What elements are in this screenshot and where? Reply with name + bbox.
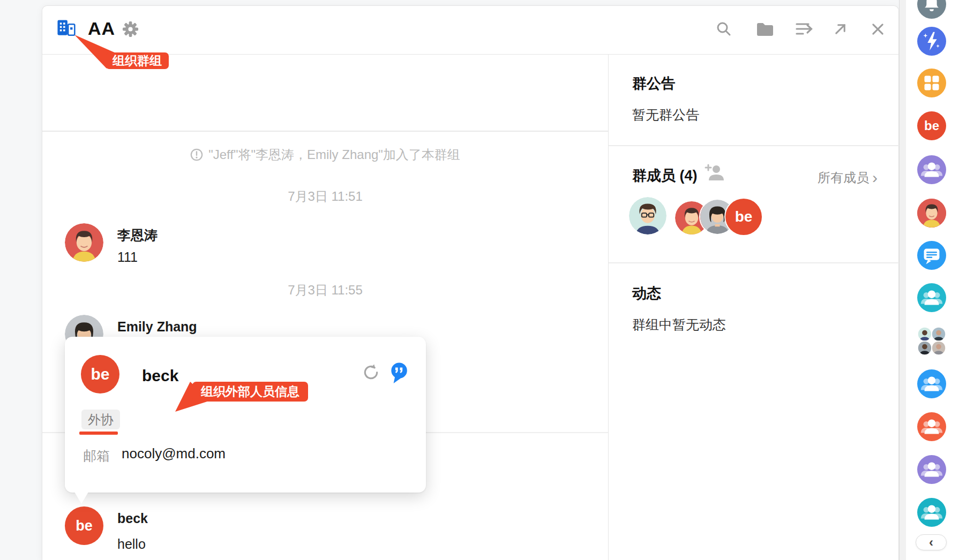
popup-tail	[74, 492, 88, 504]
dock-group-teal-2[interactable]	[917, 498, 946, 527]
member-avatar-1[interactable]	[629, 197, 666, 234]
dock-quick-actions-lightning[interactable]	[917, 27, 946, 56]
dock-chats-bubble[interactable]	[917, 241, 946, 270]
email-value: nocoly@md.com	[122, 445, 226, 462]
dock-apps-grid[interactable]	[917, 69, 946, 97]
activity-title: 动态	[632, 284, 661, 303]
dock-contact-cartoon-boy[interactable]	[917, 199, 946, 228]
profile-popup: be beck 外协 邮箱 nocoly@md.com	[65, 337, 426, 493]
dock-group-teal[interactable]	[917, 283, 946, 312]
group-info-sidebar: 群公告 暂无群公告 群成员 (4) 所有成员 ›	[608, 55, 899, 560]
dock-group-purple-2[interactable]	[917, 455, 946, 484]
info-icon	[190, 148, 203, 161]
dock-group-purple[interactable]	[917, 155, 946, 184]
sender-name: 李恩涛	[117, 226, 158, 244]
refresh-icon[interactable]	[362, 364, 380, 383]
dock-notifications-bell[interactable]	[917, 0, 946, 19]
dock-contact-be[interactable]: be	[917, 111, 946, 140]
folder-icon[interactable]	[756, 20, 774, 38]
message-text: hello	[117, 536, 146, 552]
profile-avatar: be	[81, 355, 119, 393]
sidebar-divider	[609, 262, 899, 263]
activity-empty: 群组中暂无动态	[632, 316, 726, 334]
search-icon[interactable]	[715, 20, 733, 38]
dock-group-orange[interactable]	[917, 412, 946, 441]
external-staff-tooltip: 组织外部人员信息	[192, 382, 308, 402]
system-message: "Jeff"将"李恩涛，Emily Zhang"加入了本群组	[42, 146, 608, 163]
sender-name: Emily Zhang	[117, 319, 197, 335]
avatar-li-entao[interactable]	[65, 223, 103, 262]
view-all-members[interactable]: 所有成员 ›	[818, 169, 878, 186]
member-avatar-be[interactable]: be	[725, 199, 762, 235]
collapse-dock-button[interactable]: ‹	[916, 534, 947, 550]
announcement-title: 群公告	[632, 74, 676, 93]
active-tab-indicator	[79, 432, 118, 435]
scrollbar[interactable]	[899, 0, 906, 560]
avatar-beck[interactable]: be	[65, 506, 103, 545]
view-all-label: 所有成员	[818, 169, 869, 186]
chat-window: AA	[42, 5, 899, 560]
dock-group-photo-cluster[interactable]	[917, 327, 946, 355]
system-message-text: "Jeff"将"李恩涛，Emily Zhang"加入了本群组	[208, 146, 460, 163]
close-icon[interactable]	[868, 20, 887, 38]
message-text: 111	[117, 249, 138, 265]
date-separator: 7月3日 11:51	[42, 188, 608, 205]
sender-name: beck	[117, 511, 148, 526]
add-member-icon[interactable]	[704, 163, 725, 182]
members-title: 群成员 (4)	[632, 166, 698, 185]
app-dock: ‹ be	[906, 0, 959, 560]
sidebar-divider	[609, 145, 899, 146]
screen: AA	[0, 0, 959, 560]
tab-external-staff[interactable]: 外协	[81, 410, 120, 429]
org-group-tooltip: 组织群组	[106, 52, 169, 69]
chevron-right-icon: ›	[872, 171, 878, 184]
announcement-empty: 暂无群公告	[632, 106, 699, 124]
dock-item-label: be	[924, 118, 939, 133]
open-in-window-icon[interactable]	[831, 20, 849, 38]
forward-history-icon[interactable]	[796, 20, 814, 38]
dock-group-blue[interactable]	[917, 369, 946, 398]
email-label: 邮箱	[83, 447, 110, 465]
date-separator: 7月3日 11:55	[42, 282, 608, 299]
settings-gear-icon[interactable]	[122, 21, 139, 37]
window-header: AA	[42, 6, 898, 55]
pinned-area-divider	[42, 131, 608, 132]
send-message-icon[interactable]	[389, 362, 410, 387]
